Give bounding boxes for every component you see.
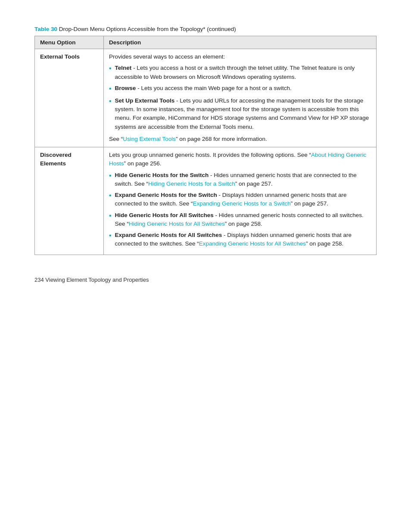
hiding-generic-hosts-all-switches-link[interactable]: Hiding Generic Hosts for All Switches [129, 221, 225, 227]
term-telnet: Telnet [115, 65, 132, 71]
list-item: • Set Up External Tools - Lets you add U… [109, 96, 371, 131]
term-setup-external: Set Up External Tools [115, 97, 175, 104]
table-row: External Tools Provides several ways to … [35, 49, 377, 147]
expanding-generic-hosts-switch-link[interactable]: Expanding Generic Hosts for a Switch [193, 200, 290, 207]
description-discovered-elements: Lets you group unnamed generic hosts. It… [104, 147, 377, 255]
term-expand-all-switches: Expand Generic Hosts for All Switches [115, 232, 222, 238]
list-item: • Expand Generic Hosts for All Switches … [109, 231, 371, 249]
table-row: DiscoveredElements Lets you group unname… [35, 147, 377, 255]
bullet-icon: • [109, 63, 112, 74]
expanding-generic-hosts-all-switches-link[interactable]: Expanding Generic Hosts for All Switches [199, 240, 306, 247]
table-caption-text: Drop-Down Menu Options Accessible from t… [57, 26, 236, 32]
description-external-tools: Provides several ways to access an eleme… [104, 49, 377, 147]
list-item: • Browse - Lets you access the main Web … [109, 84, 371, 94]
term-telnet-text: - Lets you access a host or a switch thr… [115, 65, 355, 80]
term-expand-switch: Expand Generic Hosts for the Switch [115, 192, 217, 198]
page-footer: 234 Viewing Element Topology and Propert… [34, 277, 377, 283]
item-hide-switch: Hide Generic Hosts for the Switch - Hide… [115, 171, 371, 189]
item-hide-switch-after: ” on page 257. [235, 180, 273, 187]
item-expand-all-switches: Expand Generic Hosts for All Switches - … [115, 231, 371, 249]
item-telnet: Telnet - Lets you access a host or a swi… [115, 64, 371, 81]
table-label: Table 30 [34, 26, 57, 32]
see-prefix: See “ [109, 136, 123, 142]
item-hide-all-switches: Hide Generic Hosts for All Switches - Hi… [115, 211, 371, 229]
discovered-list: • Hide Generic Hosts for the Switch - Hi… [109, 171, 371, 249]
col-header-description: Description [104, 36, 377, 49]
bullet-icon: • [109, 230, 112, 241]
term-browse: Browse [115, 85, 136, 91]
external-tools-list: • Telnet - Lets you access a host or a s… [109, 64, 371, 131]
page-number: 234 [34, 277, 44, 283]
item-hide-all-after: ” on page 258. [225, 221, 262, 227]
list-item: • Expand Generic Hosts for the Switch - … [109, 191, 371, 208]
list-item: • Hide Generic Hosts for the Switch - Hi… [109, 171, 371, 189]
term-browse-text: - Lets you access the main Web page for … [136, 85, 291, 91]
using-external-tools-link[interactable]: Using External Tools [123, 136, 176, 142]
bullet-icon: • [109, 84, 112, 94]
list-item: • Hide Generic Hosts for All Switches - … [109, 211, 371, 229]
item-expand-all-after: ” on page 258. [306, 240, 343, 247]
main-table: Menu Option Description External Tools P… [34, 36, 377, 255]
external-tools-intro: Provides several ways to access an eleme… [109, 53, 225, 60]
item-expand-switch-after: ” on page 257. [291, 200, 328, 207]
item-browse: Browse - Lets you access the main Web pa… [115, 84, 371, 93]
bullet-icon: • [109, 96, 112, 106]
col-header-menu-option: Menu Option [35, 36, 104, 49]
term-hide-switch: Hide Generic Hosts for the Switch [115, 172, 209, 178]
discovered-intro: Lets you group unnamed generic hosts. It… [109, 152, 311, 158]
see-suffix: ” on page 268 for more information. [176, 136, 267, 142]
discovered-intro-suffix: ” on page 256. [124, 160, 162, 167]
term-hide-all-switches: Hide Generic Hosts for All Switches [115, 212, 214, 218]
menu-option-discovered-elements: DiscoveredElements [35, 147, 104, 255]
external-tools-see-line: See “Using External Tools” on page 268 f… [109, 135, 371, 143]
item-setup-external: Set Up External Tools - Lets you add URL… [115, 96, 371, 131]
list-item: • Telnet - Lets you access a host or a s… [109, 64, 371, 81]
item-expand-switch: Expand Generic Hosts for the Switch - Di… [115, 191, 371, 208]
bullet-icon: • [109, 211, 112, 221]
bullet-icon: • [109, 190, 112, 201]
footer-text: Viewing Element Topology and Properties [44, 277, 149, 283]
bullet-icon: • [109, 171, 112, 181]
hiding-generic-hosts-switch-link[interactable]: Hiding Generic Hosts for a Switch [148, 180, 235, 187]
table-caption: Table 30 Drop-Down Menu Options Accessib… [34, 26, 377, 32]
menu-option-external-tools: External Tools [35, 49, 104, 147]
